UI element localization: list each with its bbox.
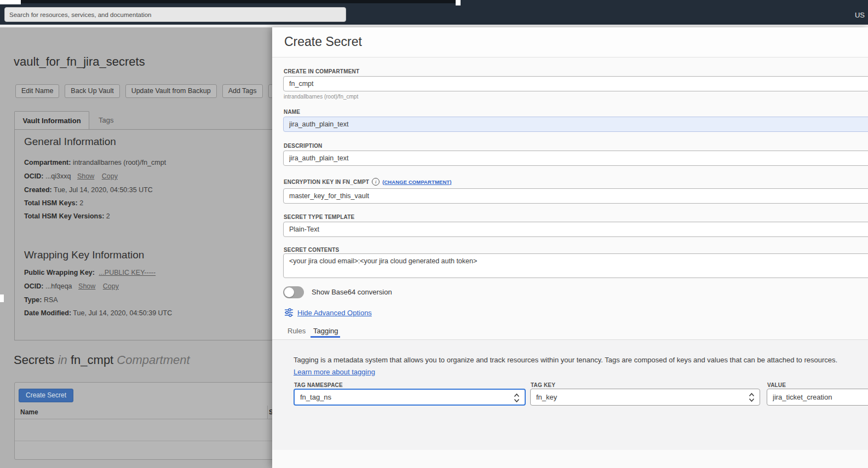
public-wrapping-key-row: Public Wrapping Key: ...PUBLIC KEY----- xyxy=(24,269,156,276)
tag-key-label: TAG KEY xyxy=(531,382,555,388)
toggle-knob-icon xyxy=(284,287,294,297)
wrapping-ocid-copy-link[interactable]: Copy xyxy=(103,282,119,290)
ocid-copy-link[interactable]: Copy xyxy=(102,172,118,180)
page-title: vault_for_fn_jira_secrets xyxy=(14,55,145,69)
window-corner-artifact xyxy=(0,0,21,4)
change-compartment-link[interactable]: (CHANGE COMPARTMENT) xyxy=(382,179,451,185)
wrapping-ocid-show-link[interactable]: Show xyxy=(78,282,95,290)
tagging-description: Tagging is a metadata system that allows… xyxy=(294,356,837,364)
date-modified-row: Date Modified: Tue, Jul 14, 2020, 04:50:… xyxy=(24,309,172,317)
top-navigation-bar: US xyxy=(0,0,868,25)
encryption-key-label: ENCRYPTION KEY IN FN_CMPT xyxy=(284,179,369,185)
secret-type-select[interactable] xyxy=(283,222,868,237)
description-field[interactable] xyxy=(283,151,868,166)
region-label[interactable]: US xyxy=(855,11,865,19)
tag-key-select[interactable] xyxy=(530,389,760,406)
active-tab-underline xyxy=(311,336,340,338)
tag-key-value[interactable] xyxy=(531,389,760,405)
column-header-name: Name xyxy=(20,408,38,416)
create-secret-button[interactable]: Create Secret xyxy=(19,389,73,402)
window-notch-artifact xyxy=(456,0,461,5)
compartment-row: Compartment: intrandallbarnes (root)/fn_… xyxy=(24,159,166,166)
hide-advanced-options-link[interactable]: Hide Advanced Options xyxy=(297,309,372,317)
panel-header: Create Secret xyxy=(272,27,868,57)
compartment-label: CREATE IN COMPARTMENT xyxy=(284,68,359,74)
encryption-key-select[interactable] xyxy=(283,188,868,204)
tag-value-input[interactable] xyxy=(767,389,868,405)
general-information-heading: General Information xyxy=(24,136,116,148)
tab-vault-information[interactable]: Vault Information xyxy=(14,111,89,130)
tag-value-field[interactable] xyxy=(767,389,868,406)
tab-tagging[interactable]: Tagging xyxy=(313,327,338,335)
chevron-updown-icon xyxy=(514,393,520,403)
window-edge-artifact xyxy=(21,0,456,3)
compartment-select[interactable] xyxy=(283,76,868,91)
learn-more-tagging-link[interactable]: Learn more about tagging xyxy=(294,368,375,376)
tab-rules[interactable]: Rules xyxy=(288,327,306,335)
base64-toggle-label: Show Base64 conversion xyxy=(312,288,392,296)
total-hsm-key-versions-row: Total HSM Key Versions: 2 xyxy=(24,212,110,220)
add-tags-button[interactable]: Add Tags xyxy=(222,84,263,98)
screen: US vault_for_fn_jira_secrets Edit Name B… xyxy=(0,0,868,468)
compartment-helper: intrandallbarnes (root)/fn_cmpt xyxy=(284,94,358,100)
secret-contents-label: SECRET CONTENTS xyxy=(284,247,339,253)
encryption-key-label-row: ENCRYPTION KEY IN FN_CMPT (CHANGE COMPAR… xyxy=(284,178,452,186)
create-secret-panel: Create Secret CREATE IN COMPARTMENT intr… xyxy=(272,27,868,468)
tagging-section: Tagging is a metadata system that allows… xyxy=(272,340,868,450)
ocid-show-link[interactable]: Show xyxy=(77,172,94,180)
description-label: DESCRIPTION xyxy=(284,143,323,149)
wrapping-ocid-row: OCID: ...hfqeqa Show Copy xyxy=(24,282,119,290)
public-wrapping-key-link[interactable]: ...PUBLIC KEY----- xyxy=(99,269,156,276)
panel-title: Create Secret xyxy=(284,34,362,49)
secret-type-label: SECRET TYPE TEMPLATE xyxy=(284,214,354,220)
tag-namespace-value[interactable] xyxy=(295,390,525,405)
search-input[interactable] xyxy=(4,7,346,22)
chevron-updown-icon xyxy=(749,392,755,402)
info-icon[interactable] xyxy=(372,178,380,186)
sliders-icon xyxy=(284,308,294,317)
ocid-row: OCID: ...qi3xxq Show Copy xyxy=(24,172,118,180)
type-row: Type: RSA xyxy=(24,296,58,304)
name-label: NAME xyxy=(284,109,300,115)
secrets-section-heading: Secrets in fn_cmpt Compartment xyxy=(14,353,190,367)
tag-value-label: VALUE xyxy=(767,382,786,388)
secret-contents-textarea[interactable]: <your jira cloud email>:<your jira cloud… xyxy=(283,253,868,278)
edit-name-button[interactable]: Edit Name xyxy=(15,84,59,98)
wrapping-key-information-heading: Wrapping Key Information xyxy=(24,249,144,261)
base64-toggle[interactable] xyxy=(283,286,304,298)
created-row: Created: Tue, Jul 14, 2020, 04:50:35 UTC xyxy=(24,186,153,194)
total-hsm-keys-row: Total HSM Keys: 2 xyxy=(24,199,83,207)
window-edge-artifact xyxy=(0,294,4,302)
tag-namespace-select[interactable] xyxy=(294,389,526,406)
update-vault-from-backup-button[interactable]: Update Vault from Backup xyxy=(125,84,217,98)
tag-namespace-label: TAG NAMESPACE xyxy=(294,382,343,388)
tab-tags[interactable]: Tags xyxy=(99,116,113,124)
back-up-vault-button[interactable]: Back Up Vault xyxy=(65,84,119,98)
name-field[interactable] xyxy=(283,117,868,132)
column-divider xyxy=(267,406,268,419)
advanced-options-row: Hide Advanced Options xyxy=(284,308,372,317)
